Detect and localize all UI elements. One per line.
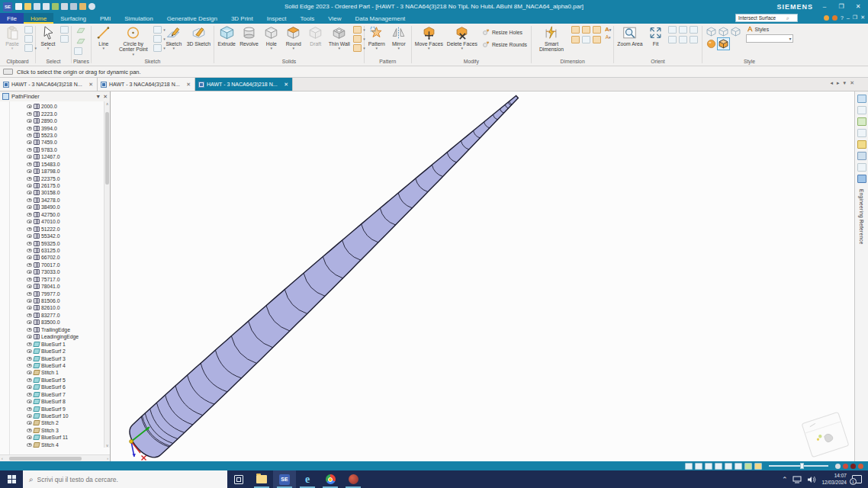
select-options-icon[interactable]	[60, 26, 69, 34]
zoom-slider-thumb[interactable]	[800, 463, 804, 469]
tree-item-34278-0[interactable]: 34278.0	[0, 197, 110, 204]
feedback-sad-icon[interactable]	[832, 15, 837, 21]
coincident-plane-icon[interactable]	[74, 26, 88, 35]
visibility-eye-icon[interactable]	[27, 270, 32, 274]
tray-expand-icon[interactable]: ⌃	[782, 476, 788, 483]
search-icon[interactable]: ⌕	[786, 15, 789, 21]
tree-item-75717-0[interactable]: 75717.0	[0, 276, 110, 283]
pattern-button[interactable]: Pattern▾	[366, 24, 387, 51]
visibility-eye-icon[interactable]	[27, 249, 32, 252]
command-finder-tool-icon[interactable]	[857, 106, 866, 114]
distance-between-icon[interactable]	[571, 26, 580, 34]
visibility-eye-icon[interactable]	[27, 292, 32, 296]
boolean-icon[interactable]	[353, 44, 362, 52]
doc-close-icon[interactable]: ✕	[860, 14, 865, 21]
ribbon-tab-inspect[interactable]: Inspect	[260, 13, 294, 24]
tree-item-bluesurf-7[interactable]: BlueSurf 7	[0, 391, 110, 398]
tree-item-47010-0[interactable]: 47010.0	[0, 218, 110, 225]
visibility-eye-icon[interactable]	[27, 191, 32, 194]
select-box-icon[interactable]	[60, 35, 69, 43]
ribbon-tab-simulation[interactable]: Simulation	[117, 13, 159, 24]
ribbon-tab-3d-print[interactable]: 3D Print	[224, 13, 260, 24]
status-dot-orange[interactable]	[858, 464, 863, 469]
visibility-eye-icon[interactable]	[27, 357, 32, 361]
visibility-eye-icon[interactable]	[27, 112, 32, 116]
tab-scroll-right-icon[interactable]: ▸	[837, 80, 840, 86]
visibility-eye-icon[interactable]	[27, 104, 32, 108]
copy-icon[interactable]	[24, 26, 33, 34]
tree-item-79977-0[interactable]: 79977.0	[0, 290, 110, 297]
select-button[interactable]: Select▾	[37, 24, 59, 51]
tree-item-stitch-2[interactable]: Stitch 2	[0, 419, 110, 426]
network-icon[interactable]	[792, 473, 802, 486]
coordinate-dimension-icon[interactable]	[593, 26, 601, 34]
dimension-edit-icon[interactable]	[593, 36, 601, 43]
save-icon[interactable]	[34, 3, 40, 10]
draft-button[interactable]: Draft	[305, 24, 326, 47]
tree-item-70017-0[interactable]: 70017.0	[0, 262, 110, 268]
shaded-with-edges-style-icon[interactable]	[718, 38, 729, 50]
sketch-3d-button[interactable]: 3D Sketch	[185, 24, 212, 47]
visibility-eye-icon[interactable]	[27, 227, 32, 231]
tree-item-15483-0[interactable]: 15483.0	[0, 161, 110, 168]
tree-item-bluesurf-6[interactable]: BlueSurf 6	[0, 384, 110, 390]
dimension-style-icon[interactable]	[582, 36, 590, 43]
close-button[interactable]: ✕	[853, 3, 863, 10]
tree-item-7459-0[interactable]: 7459.0	[0, 139, 110, 146]
tree-item-2223-0[interactable]: 2223.0	[0, 110, 110, 117]
tree-item-38490-0[interactable]: 38490.0	[0, 204, 110, 210]
delete-faces-button[interactable]: Delete Faces▾	[445, 24, 479, 51]
tree-item-2000-0[interactable]: 2000.0	[0, 103, 110, 110]
visibility-eye-icon[interactable]	[27, 127, 32, 130]
visibility-eye-icon[interactable]	[27, 371, 32, 374]
red-app-icon[interactable]	[342, 470, 365, 488]
print-icon[interactable]	[43, 3, 50, 10]
task-view-button[interactable]	[227, 470, 250, 488]
visibility-eye-icon[interactable]	[27, 313, 32, 317]
tree-item-bluesurf-1[interactable]: BlueSurf 1	[0, 340, 110, 347]
format-painter-icon[interactable]	[24, 44, 33, 52]
more-planes-icon[interactable]	[74, 47, 82, 55]
tree-item-bluesurf-10[interactable]: BlueSurf 10	[0, 413, 110, 419]
tree-item-30158-0[interactable]: 30158.0	[0, 189, 110, 196]
arc-icon[interactable]	[153, 35, 162, 43]
tree-item-bluesurf-9[interactable]: BlueSurf 9	[0, 405, 110, 412]
zoom-slider[interactable]	[769, 465, 828, 467]
taskbar-search-input[interactable]	[37, 476, 205, 483]
ribbon-tab-generative-design[interactable]: Generative Design	[160, 13, 224, 24]
visibility-eye-icon[interactable]	[27, 306, 32, 310]
tree-item-22375-0[interactable]: 22375.0	[0, 175, 110, 181]
notification-center-icon[interactable]	[852, 475, 862, 483]
open-icon[interactable]	[24, 3, 31, 10]
subtract-icon[interactable]	[353, 35, 362, 43]
tree-item-26175-0[interactable]: 26175.0	[0, 182, 110, 189]
common-views-icon[interactable]	[690, 26, 698, 34]
tree-item-bluesurf-8[interactable]: BlueSurf 8	[0, 398, 110, 405]
minimize-button[interactable]: –	[819, 3, 830, 10]
pan-icon[interactable]	[668, 26, 677, 34]
tree-item-82610-0[interactable]: 82610.0	[0, 304, 110, 311]
radial-menu-icon[interactable]	[857, 95, 866, 103]
fit-button[interactable]: Fit	[645, 24, 667, 47]
tree-item-trailingedge[interactable]: TrailingEdge	[0, 326, 110, 333]
named-views-icon[interactable]	[690, 36, 698, 43]
visibility-eye-icon[interactable]	[27, 400, 32, 403]
visibility-eye-icon[interactable]	[27, 349, 32, 353]
view-styles-icon[interactable]	[668, 36, 677, 43]
tree-item-bluesurf-2[interactable]: BlueSurf 2	[0, 348, 110, 355]
tab-close-icon[interactable]: ✕	[850, 80, 854, 86]
pathfinder-filter-icon[interactable]: ▼	[95, 94, 101, 99]
visibility-eye-icon[interactable]	[27, 184, 32, 188]
chrome-icon[interactable]	[319, 470, 342, 488]
visibility-eye-icon[interactable]	[27, 335, 32, 339]
angle-between-icon[interactable]	[582, 26, 590, 34]
resize-holes-button[interactable]: Resize Holes	[481, 27, 529, 37]
ribbon-tab-file[interactable]: File	[0, 13, 24, 24]
add-body-icon[interactable]	[353, 26, 362, 34]
doc-restore-icon[interactable]: ❐	[853, 14, 857, 21]
tree-item-bluesurf-5[interactable]: BlueSurf 5	[0, 377, 110, 384]
engineering-reference-label[interactable]: Engineering Reference	[859, 189, 864, 245]
visibility-eye-icon[interactable]	[27, 140, 32, 144]
text-a-large-icon[interactable]: A▾	[605, 26, 611, 33]
curve-icon[interactable]	[153, 44, 162, 52]
